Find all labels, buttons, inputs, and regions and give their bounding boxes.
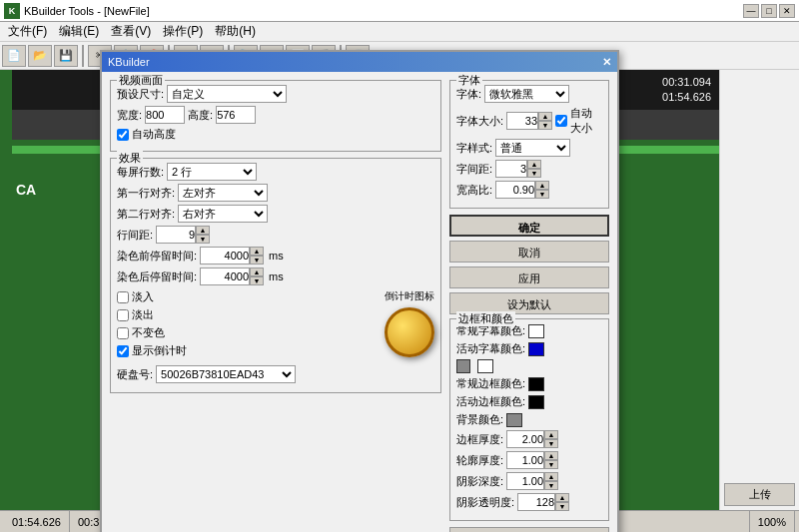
pre-pause-input[interactable] bbox=[200, 247, 250, 265]
show-countdown-checkbox[interactable] bbox=[117, 345, 129, 357]
preview-select[interactable]: 自定义 bbox=[167, 85, 287, 103]
apply-button[interactable]: 应用 bbox=[449, 266, 609, 288]
shadow-opacity-input[interactable] bbox=[517, 493, 555, 511]
normal-border-swatch[interactable] bbox=[528, 377, 544, 391]
shadow-depth-spinner[interactable]: ▲ ▼ bbox=[506, 472, 558, 490]
bg-color-row: 背景颜色: bbox=[456, 412, 602, 427]
maximize-button[interactable]: □ bbox=[761, 4, 777, 18]
second-line-row: 第二行对齐: 右对齐 bbox=[117, 205, 434, 223]
close-button[interactable]: ✕ bbox=[779, 4, 795, 18]
menu-help[interactable]: 帮助(H) bbox=[209, 21, 262, 42]
font-style-label: 字样式: bbox=[456, 141, 492, 156]
line-spacing-down[interactable]: ▼ bbox=[196, 235, 210, 244]
second-line-select[interactable]: 右对齐 bbox=[178, 205, 268, 223]
width-ratio-up[interactable]: ▲ bbox=[535, 181, 549, 190]
font-select[interactable]: 微软雅黑 bbox=[484, 85, 569, 103]
font-size-spinner[interactable]: ▲ ▼ bbox=[506, 112, 552, 130]
outline-thickness-up[interactable]: ▲ bbox=[544, 451, 558, 460]
dialog-overlay: KBuilder ✕ 视频画面 预设尺寸: 自定义 宽度: bbox=[100, 50, 619, 532]
border-thickness-label: 边框厚度: bbox=[456, 432, 503, 447]
toolbar-new[interactable]: 📄 bbox=[2, 45, 26, 67]
post-pause-up[interactable]: ▲ bbox=[250, 267, 264, 276]
font-size-row: 字体大小: ▲ ▼ 自动大小 bbox=[456, 106, 602, 136]
screen-color-swatch[interactable] bbox=[528, 324, 544, 338]
border-thickness-spinner[interactable]: ▲ ▼ bbox=[506, 430, 558, 448]
toolbar-save[interactable]: 💾 bbox=[54, 45, 78, 67]
dialog-close-button[interactable]: ✕ bbox=[602, 56, 611, 69]
width-ratio-input[interactable] bbox=[495, 181, 535, 199]
shadow-opacity-up[interactable]: ▲ bbox=[555, 493, 569, 502]
ok-button[interactable]: 确定 bbox=[449, 215, 609, 237]
menu-view[interactable]: 查看(V) bbox=[105, 21, 157, 42]
minimize-button[interactable]: — bbox=[743, 4, 759, 18]
shadow-opacity-spinner[interactable]: ▲ ▼ bbox=[517, 493, 569, 511]
post-pause-down[interactable]: ▼ bbox=[250, 276, 264, 285]
outline-thickness-spinner[interactable]: ▲ ▼ bbox=[506, 451, 558, 469]
window-controls[interactable]: — □ ✕ bbox=[743, 4, 795, 18]
unknown-swatch[interactable] bbox=[456, 359, 470, 373]
rows-per-screen-select[interactable]: 2 行 bbox=[167, 163, 257, 181]
auto-size-checkbox[interactable] bbox=[555, 115, 567, 127]
disk-select[interactable]: 50026B73810EAD43 bbox=[156, 365, 296, 383]
auto-height-checkbox[interactable] bbox=[117, 129, 129, 141]
post-pause-row: 染色后停留时间: ▲ ▼ ms bbox=[117, 267, 434, 285]
menu-edit[interactable]: 编辑(E) bbox=[53, 21, 105, 42]
fade-in-label: 淡入 bbox=[132, 289, 154, 304]
font-size-input[interactable] bbox=[506, 112, 538, 130]
spacing-down[interactable]: ▼ bbox=[527, 169, 541, 178]
fade-in-checkbox[interactable] bbox=[117, 291, 129, 303]
active-border-swatch[interactable] bbox=[528, 395, 544, 409]
second-line-label: 第二行对齐: bbox=[117, 207, 175, 222]
outline-thickness-input[interactable] bbox=[506, 451, 544, 469]
cancel-button[interactable]: 取消 bbox=[449, 241, 609, 263]
border-thickness-input[interactable] bbox=[506, 430, 544, 448]
upload-button[interactable]: 上传 bbox=[724, 483, 795, 506]
shadow-depth-down[interactable]: ▼ bbox=[544, 481, 558, 490]
line-spacing-row: 行间距: ▲ ▼ bbox=[117, 226, 434, 244]
font-size-down[interactable]: ▼ bbox=[538, 121, 552, 130]
fade-out-checkbox[interactable] bbox=[117, 309, 129, 321]
font-style-select[interactable]: 普通 bbox=[495, 139, 570, 157]
menu-operate[interactable]: 操作(P) bbox=[157, 21, 209, 42]
outline-thickness-down[interactable]: ▼ bbox=[544, 460, 558, 469]
line-spacing-input[interactable] bbox=[156, 226, 196, 244]
pre-pause-up[interactable]: ▲ bbox=[250, 247, 264, 256]
border-thickness-up[interactable]: ▲ bbox=[544, 430, 558, 439]
bg-color-swatch[interactable] bbox=[506, 413, 522, 427]
width-ratio-spinner[interactable]: ▲ ▼ bbox=[495, 181, 549, 199]
post-pause-spinner[interactable]: ▲ ▼ bbox=[200, 267, 264, 285]
toolbar-open[interactable]: 📂 bbox=[28, 45, 52, 67]
no-color-checkbox[interactable] bbox=[117, 327, 129, 339]
font-size-up[interactable]: ▲ bbox=[538, 112, 552, 121]
shadow-depth-up[interactable]: ▲ bbox=[544, 472, 558, 481]
line-spacing-up[interactable]: ▲ bbox=[196, 226, 210, 235]
time2: 01:54.626 bbox=[662, 90, 711, 105]
spacing-spinner[interactable]: ▲ ▼ bbox=[495, 160, 541, 178]
dialog-right: 字体 字体: 微软雅黑 字体大小: ▲ ▼ bbox=[449, 80, 609, 532]
width-input[interactable] bbox=[145, 106, 185, 124]
unknown-swatch2[interactable] bbox=[477, 359, 493, 373]
shadow-depth-input[interactable] bbox=[506, 472, 544, 490]
first-line-select[interactable]: 左对齐 bbox=[178, 184, 268, 202]
effects-section: 效果 每屏行数: 2 行 第一行对齐: 左对齐 第二行对齐 bbox=[110, 158, 441, 393]
pre-pause-row: 染色前停留时间: ▲ ▼ ms bbox=[117, 247, 434, 265]
width-ratio-down[interactable]: ▼ bbox=[535, 190, 549, 199]
spacing-up[interactable]: ▲ bbox=[527, 160, 541, 169]
line-spacing-spinner[interactable]: ▲ ▼ bbox=[156, 226, 210, 244]
shadow-depth-row: 阴影深度: ▲ ▼ bbox=[456, 472, 602, 490]
pre-pause-down[interactable]: ▼ bbox=[250, 256, 264, 265]
left-sidebar bbox=[0, 70, 12, 510]
height-input[interactable] bbox=[216, 106, 256, 124]
menu-file[interactable]: 文件(F) bbox=[2, 21, 53, 42]
post-pause-label: 染色后停留时间: bbox=[117, 269, 197, 284]
post-pause-input[interactable] bbox=[200, 267, 250, 285]
pre-pause-spinner[interactable]: ▲ ▼ bbox=[200, 247, 264, 265]
active-color-swatch[interactable] bbox=[528, 342, 544, 356]
border-color-section: 边框和颜色 常规字幕颜色: 活动字幕颜色: 常规边框颜色: bbox=[449, 318, 609, 521]
load-settings-button[interactable]: 装入设置 bbox=[449, 527, 609, 532]
border-thickness-down[interactable]: ▼ bbox=[544, 439, 558, 448]
rows-per-screen-row: 每屏行数: 2 行 bbox=[117, 163, 434, 181]
spacing-input[interactable] bbox=[495, 160, 527, 178]
fade-out-label: 淡出 bbox=[132, 307, 154, 322]
shadow-opacity-down[interactable]: ▼ bbox=[555, 502, 569, 511]
